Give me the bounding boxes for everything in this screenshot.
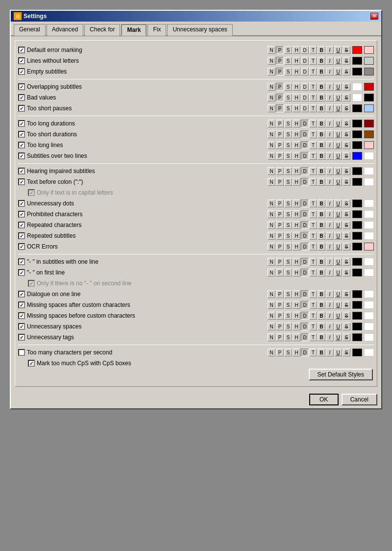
btn-p-3[interactable]: P	[276, 83, 284, 91]
btn-h-16[interactable]: H	[293, 243, 300, 250]
btn-n-21[interactable]: N	[268, 312, 275, 320]
bg-color-6[interactable]	[364, 120, 374, 127]
bg-color-15[interactable]	[364, 232, 374, 240]
btn-s2-24[interactable]: S	[343, 349, 350, 356]
btn-n-13[interactable]: N	[268, 210, 275, 218]
btn-t-15[interactable]: T	[309, 232, 317, 240]
btn-t-19[interactable]: T	[309, 290, 317, 298]
btn-s2-21[interactable]: S	[343, 312, 350, 320]
btn-s-5[interactable]: S	[284, 104, 292, 112]
btn-s-23[interactable]: S	[284, 333, 292, 341]
btn-p-5[interactable]: P	[276, 104, 284, 112]
bg-color-24[interactable]	[364, 349, 374, 356]
bg-color-10[interactable]	[364, 167, 374, 175]
btn-s2-9[interactable]: S	[343, 152, 350, 160]
set-default-styles-button[interactable]: Set Default Styles	[309, 369, 373, 380]
btn-n-22[interactable]: N	[268, 323, 275, 330]
cb-prohibited-characters[interactable]	[18, 211, 25, 218]
btn-s-18[interactable]: S	[284, 269, 292, 276]
btn-d-5[interactable]: D	[301, 104, 309, 112]
bg-color-0[interactable]	[364, 46, 374, 54]
btn-i-8[interactable]: I	[326, 141, 334, 149]
btn-u-10[interactable]: U	[334, 167, 342, 175]
btn-s-7[interactable]: S	[284, 130, 292, 138]
btn-t-17[interactable]: T	[309, 258, 317, 266]
btn-u-13[interactable]: U	[334, 210, 342, 218]
btn-n-11[interactable]: N	[268, 178, 275, 186]
btn-s-1[interactable]: S	[284, 57, 292, 65]
btn-d-24[interactable]: D	[301, 349, 309, 356]
bg-color-5[interactable]	[364, 104, 374, 112]
fg-color-15[interactable]	[352, 232, 362, 240]
btn-h-22[interactable]: H	[293, 323, 300, 330]
btn-t-21[interactable]: T	[309, 312, 317, 320]
btn-i-11[interactable]: I	[326, 178, 334, 186]
cb-mark-cps-boxes[interactable]	[28, 360, 35, 367]
btn-s2-14[interactable]: S	[343, 221, 350, 229]
btn-t-20[interactable]: T	[309, 301, 317, 309]
cb-lines-without-letters[interactable]	[18, 57, 25, 64]
btn-s-6[interactable]: S	[284, 120, 292, 127]
tab-mark[interactable]: Mark	[121, 24, 147, 36]
btn-p-18[interactable]: P	[276, 269, 284, 276]
btn-s-2[interactable]: S	[284, 68, 292, 75]
btn-n-8[interactable]: N	[268, 141, 275, 149]
btn-d-19[interactable]: D	[301, 290, 309, 298]
btn-t-8[interactable]: T	[309, 141, 317, 149]
btn-d-0[interactable]: D	[301, 46, 309, 54]
btn-d-6[interactable]: D	[301, 120, 309, 127]
btn-h-1[interactable]: H	[293, 57, 300, 65]
btn-b-10[interactable]: B	[318, 167, 325, 175]
btn-i-21[interactable]: I	[326, 312, 334, 320]
btn-d-15[interactable]: D	[301, 232, 309, 240]
btn-u-19[interactable]: U	[334, 290, 342, 298]
cb-only-no-dash[interactable]	[28, 280, 35, 287]
btn-s2-6[interactable]: S	[343, 120, 350, 127]
btn-s2-2[interactable]: S	[343, 68, 350, 75]
btn-s2-11[interactable]: S	[343, 178, 350, 186]
btn-b-12[interactable]: B	[318, 200, 325, 207]
btn-p-2[interactable]: P	[276, 68, 284, 75]
btn-u-20[interactable]: U	[334, 301, 342, 309]
btn-b-13[interactable]: B	[318, 210, 325, 218]
btn-s2-18[interactable]: S	[343, 269, 350, 276]
btn-p-17[interactable]: P	[276, 258, 284, 266]
btn-d-8[interactable]: D	[301, 141, 309, 149]
bg-color-19[interactable]	[364, 290, 374, 298]
btn-n-18[interactable]: N	[268, 269, 275, 276]
fg-color-7[interactable]	[352, 130, 362, 138]
btn-u-11[interactable]: U	[334, 178, 342, 186]
bg-color-14[interactable]	[364, 221, 374, 229]
btn-t-2[interactable]: T	[309, 68, 317, 75]
btn-d-14[interactable]: D	[301, 221, 309, 229]
fg-color-4[interactable]	[352, 94, 362, 101]
cb-dash-first-line[interactable]	[18, 269, 25, 276]
btn-s-17[interactable]: S	[284, 258, 292, 266]
btn-s-10[interactable]: S	[284, 167, 292, 175]
btn-p-20[interactable]: P	[276, 301, 284, 309]
btn-b-5[interactable]: B	[318, 104, 325, 112]
btn-i-2[interactable]: I	[326, 68, 334, 75]
btn-b-17[interactable]: B	[318, 258, 325, 266]
btn-s-19[interactable]: S	[284, 290, 292, 298]
btn-b-16[interactable]: B	[318, 243, 325, 250]
btn-i-3[interactable]: I	[326, 83, 334, 91]
btn-h-12[interactable]: H	[293, 200, 300, 207]
btn-n-15[interactable]: N	[268, 232, 275, 240]
btn-d-17[interactable]: D	[301, 258, 309, 266]
btn-b-2[interactable]: B	[318, 68, 325, 75]
btn-s-12[interactable]: S	[284, 200, 292, 207]
bg-color-2[interactable]	[364, 68, 374, 75]
cb-repeated-characters[interactable]	[18, 222, 25, 228]
btn-s2-0[interactable]: S	[343, 46, 350, 54]
btn-s2-20[interactable]: S	[343, 301, 350, 309]
btn-i-6[interactable]: I	[326, 120, 334, 127]
btn-s-9[interactable]: S	[284, 152, 292, 160]
tab-check-for[interactable]: Check for	[84, 24, 120, 36]
btn-s2-7[interactable]: S	[343, 130, 350, 138]
btn-n-14[interactable]: N	[268, 221, 275, 229]
cb-default-error[interactable]	[18, 47, 25, 53]
btn-t-1[interactable]: T	[309, 57, 317, 65]
btn-s-20[interactable]: S	[284, 301, 292, 309]
btn-p-9[interactable]: P	[276, 152, 284, 160]
